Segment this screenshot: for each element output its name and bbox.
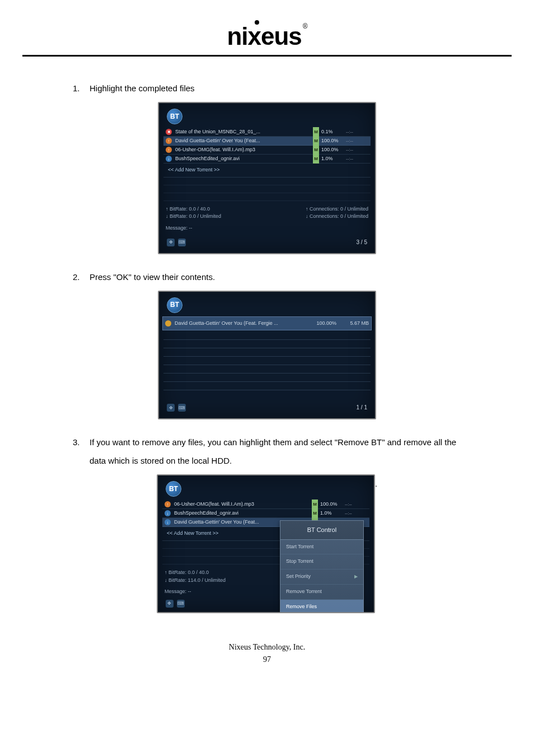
file-percent: 100.00% xyxy=(316,318,336,329)
torrent-row[interactable]: ↓ BushSpeechEdited_ognir.avi M 1.0% --:-… xyxy=(163,155,371,164)
upload-icon: ↑ xyxy=(166,147,172,153)
screenshot-bt-list: BT ✖ State of the Union_MSNBC_28_01_... … xyxy=(158,102,376,254)
down-bitrate: ↓ BitRate: 114.0 / Unlimited xyxy=(165,577,226,585)
download-icon: ↓ xyxy=(165,519,171,525)
menu-item-start-torrent[interactable]: Start Torrent xyxy=(280,540,363,555)
up-bitrate: ↑ BitRate: 0.0 / 40.0 xyxy=(166,206,221,213)
message-line: Message: -- xyxy=(159,223,375,235)
logo-text: nixeus xyxy=(227,22,301,50)
torrent-eta: --:-- xyxy=(346,127,368,137)
torrent-name: BushSpeechEdited_ognir.avi xyxy=(175,153,311,165)
m-badge: M xyxy=(313,136,319,146)
page-indicator: 1 / 1 xyxy=(357,402,367,414)
step-2: 2. Press "OK" to view their contents. xyxy=(73,268,461,286)
file-size: 5.67 MB xyxy=(340,318,369,329)
logo-header: nixeus® xyxy=(0,17,534,55)
m-badge: M xyxy=(312,500,318,510)
page-indicator: 3 / 5 xyxy=(357,236,367,249)
up-bitrate: ↑ BitRate: 0.0 / 40.0 xyxy=(165,569,226,577)
menu-item-remove-torrent[interactable]: Remove Torrent xyxy=(280,585,363,600)
m-badge: M xyxy=(313,127,319,137)
m-badge: M xyxy=(313,145,319,155)
bt-badge-icon: BT xyxy=(167,297,182,313)
stats-block: ↑ BitRate: 0.0 / 40.0 ↓ BitRate: 0.0 / U… xyxy=(159,202,375,223)
download-icon: ↓ xyxy=(165,510,171,516)
add-new-torrent[interactable]: << Add New Torrent >> xyxy=(163,164,371,178)
up-connections: ↑ Connections: 0 / Unlimited xyxy=(306,206,368,213)
torrent-eta: --:-- xyxy=(346,145,368,155)
bt-control-menu: BT Control Start Torrent Stop Torrent Se… xyxy=(280,520,364,613)
nav-icon[interactable]: ✥ xyxy=(167,239,175,246)
file-name: David Guetta-Gettin' Over You (Feat. Fer… xyxy=(175,318,313,329)
nav-icon[interactable]: ✥ xyxy=(167,404,175,412)
step-3: 3. If you want to remove any files, you … xyxy=(73,433,461,470)
download-icon: ↓ xyxy=(166,156,172,162)
chevron-right-icon: ▶ xyxy=(354,572,358,582)
menu-item-stop-torrent[interactable]: Stop Torrent xyxy=(280,554,363,570)
keyboard-icon[interactable]: ⌨ xyxy=(178,239,186,246)
page-footer: Nixeus Technology, Inc. 97 xyxy=(0,641,534,666)
down-connections: ↓ Connections: 0 / Unlimited xyxy=(306,213,368,221)
menu-item-remove-files[interactable]: Remove Files xyxy=(280,600,363,613)
step-1: 1. Highlight the completed files xyxy=(73,79,461,97)
torrent-eta: --:-- xyxy=(345,500,367,510)
registered-mark: ® xyxy=(303,22,307,30)
file-icon xyxy=(165,320,171,326)
screenshot-bt-contents: BT David Guetta-Gettin' Over You (Feat. … xyxy=(158,291,376,420)
bt-badge-icon: BT xyxy=(167,109,182,124)
file-row[interactable]: David Guetta-Gettin' Over You (Feat. Fer… xyxy=(162,316,372,331)
header-rule xyxy=(22,55,512,57)
screenshot-bt-control: BT ↑ 06-Usher-OMG(feat. Will.I.Am).mp3 M… xyxy=(157,474,375,613)
footer-page-number: 97 xyxy=(0,654,534,666)
down-bitrate: ↓ BitRate: 0.0 / Unlimited xyxy=(166,213,221,221)
bt-badge-icon: BT xyxy=(166,481,181,497)
keyboard-icon[interactable]: ⌨ xyxy=(177,600,185,608)
m-badge: M xyxy=(312,508,318,519)
torrent-eta: --:-- xyxy=(346,154,368,164)
upload-icon: ↑ xyxy=(165,501,171,507)
menu-item-set-priority[interactable]: Set Priority▶ xyxy=(280,570,363,585)
keyboard-icon[interactable]: ⌨ xyxy=(178,404,186,412)
torrent-percent: 1.0% xyxy=(321,153,346,165)
upload-icon: ↑ xyxy=(166,138,172,144)
stop-icon: ✖ xyxy=(166,129,172,135)
footer-company: Nixeus Technology, Inc. xyxy=(0,641,534,654)
m-badge: M xyxy=(313,154,319,164)
torrent-eta: --:-- xyxy=(345,508,367,519)
nav-icon[interactable]: ✥ xyxy=(166,600,174,608)
torrent-eta: --:-- xyxy=(346,136,368,146)
menu-title: BT Control xyxy=(280,521,363,539)
